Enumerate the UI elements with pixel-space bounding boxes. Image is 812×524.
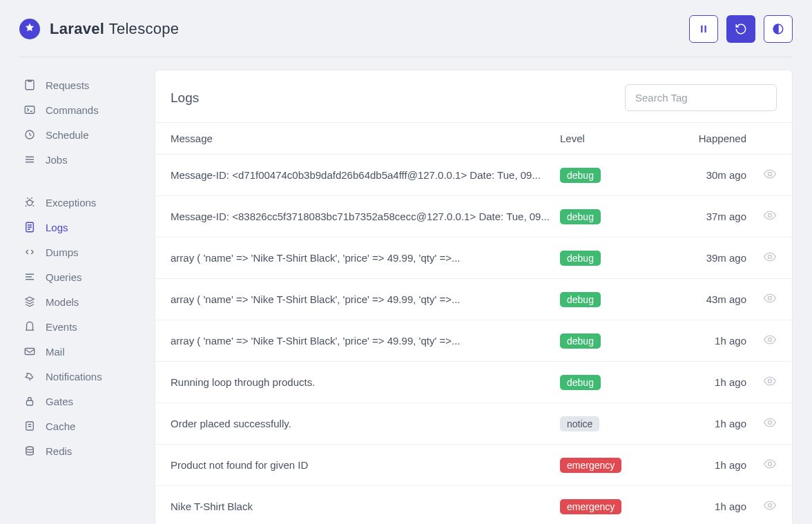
- svg-point-14: [768, 255, 772, 259]
- pause-button[interactable]: [689, 15, 718, 43]
- svg-rect-8: [25, 349, 35, 355]
- sidebar-item-schedule[interactable]: Schedule: [19, 122, 138, 147]
- terminal-icon: [23, 104, 36, 116]
- row-happened: 43m ago: [650, 293, 746, 305]
- level-badge: emergency: [560, 499, 621, 514]
- row-happened: 1h ago: [650, 501, 746, 512]
- sidebar-item-label: Requests: [46, 79, 89, 91]
- sidebar-item-logs[interactable]: Logs: [19, 215, 138, 240]
- view-icon[interactable]: [746, 498, 777, 514]
- svg-rect-4: [25, 106, 35, 114]
- bell-icon: [23, 370, 36, 382]
- sidebar-item-mail[interactable]: Mail: [19, 339, 138, 364]
- code-icon: [23, 246, 36, 258]
- view-icon[interactable]: [746, 291, 777, 307]
- level-badge: debug: [560, 168, 601, 183]
- telescope-logo-icon: [19, 19, 40, 39]
- theme-button[interactable]: [764, 15, 793, 43]
- row-message: Nike T-Shirt Black: [171, 501, 560, 512]
- sidebar-item-redis[interactable]: Redis: [19, 438, 138, 463]
- table-row: Product not found for given IDemergency1…: [155, 445, 792, 486]
- requests-icon: [23, 79, 36, 91]
- sidebar-item-label: Dumps: [46, 246, 79, 258]
- sidebar-item-label: Schedule: [46, 129, 89, 141]
- brand-title: Laravel Telescope: [50, 20, 179, 38]
- svg-point-19: [768, 463, 772, 466]
- view-icon[interactable]: [746, 167, 777, 183]
- svg-point-20: [768, 504, 772, 507]
- header-actions: [689, 15, 793, 43]
- svg-point-15: [768, 297, 772, 300]
- svg-point-16: [768, 338, 772, 342]
- svg-point-13: [768, 214, 772, 217]
- row-message: array ( 'name' => 'Nike T-Shirt Black', …: [171, 252, 560, 264]
- view-icon[interactable]: [746, 374, 777, 390]
- row-message: Product not found for given ID: [171, 459, 560, 471]
- row-happened: 37m ago: [650, 211, 746, 222]
- row-happened: 1h ago: [650, 418, 746, 429]
- table-row: array ( 'name' => 'Nike T-Shirt Black', …: [155, 320, 792, 362]
- sidebar-item-events[interactable]: Events: [19, 314, 138, 339]
- sidebar-item-notifications[interactable]: Notifications: [19, 364, 138, 389]
- log-icon: [23, 221, 36, 233]
- table-body: Message-ID: <d71f00474c0b3b9dafd26b64db5…: [155, 155, 792, 524]
- refresh-button[interactable]: [726, 15, 755, 43]
- level-badge: notice: [560, 416, 599, 431]
- row-message: array ( 'name' => 'Nike T-Shirt Black', …: [171, 335, 560, 347]
- level-badge: debug: [560, 333, 601, 349]
- view-icon[interactable]: [746, 333, 777, 349]
- brand[interactable]: Laravel Telescope: [19, 19, 179, 39]
- sidebar-item-label: Notifications: [46, 371, 102, 382]
- view-icon[interactable]: [746, 250, 777, 266]
- cache-icon: [23, 420, 36, 432]
- view-icon[interactable]: [746, 208, 777, 224]
- sidebar-item-gates[interactable]: Gates: [19, 389, 138, 414]
- col-level: Level: [560, 133, 650, 144]
- svg-point-12: [768, 173, 772, 176]
- sidebar-item-label: Mail: [46, 346, 65, 358]
- sidebar-item-queries[interactable]: Queries: [19, 264, 138, 289]
- redis-icon: [23, 445, 36, 457]
- search-input[interactable]: [625, 84, 777, 111]
- sidebar-item-label: Models: [46, 296, 79, 308]
- row-message: Order placed successfully.: [171, 418, 560, 429]
- sidebar-item-dumps[interactable]: Dumps: [19, 240, 138, 264]
- level-badge: debug: [560, 251, 601, 266]
- sidebar-item-jobs[interactable]: Jobs: [19, 147, 138, 172]
- table-row: array ( 'name' => 'Nike T-Shirt Black', …: [155, 237, 792, 279]
- col-happened: Happened: [650, 133, 746, 144]
- queries-icon: [23, 271, 36, 283]
- level-badge: emergency: [560, 458, 621, 473]
- clock-icon: [23, 128, 36, 141]
- row-happened: 1h ago: [650, 376, 746, 388]
- row-message: Message-ID: <d71f00474c0b3b9dafd26b64db5…: [171, 169, 560, 181]
- sidebar-item-label: Queries: [46, 271, 82, 283]
- col-message: Message: [171, 133, 560, 144]
- row-happened: 39m ago: [650, 252, 746, 264]
- table-row: Order placed successfully.notice1h ago: [155, 403, 792, 445]
- sidebar-item-label: Cache: [46, 420, 75, 432]
- table-header: Message Level Happened: [155, 122, 792, 155]
- sidebar-item-models[interactable]: Models: [19, 289, 138, 314]
- view-icon[interactable]: [746, 457, 777, 473]
- view-icon[interactable]: [746, 416, 777, 431]
- bug-icon: [23, 196, 36, 208]
- row-happened: 1h ago: [650, 459, 746, 471]
- sidebar-item-label: Commands: [46, 104, 99, 116]
- jobs-icon: [23, 153, 36, 166]
- sidebar-item-label: Redis: [46, 445, 72, 457]
- table-row: Running loop through products.debug1h ag…: [155, 362, 792, 403]
- logs-panel: Logs Message Level Happened Message-ID: …: [155, 70, 793, 524]
- level-badge: debug: [560, 375, 601, 390]
- sidebar-item-requests[interactable]: Requests: [19, 72, 138, 97]
- svg-rect-10: [26, 422, 34, 430]
- sidebar-item-label: Jobs: [46, 154, 68, 166]
- row-happened: 30m ago: [650, 169, 746, 181]
- sidebar-item-cache[interactable]: Cache: [19, 414, 138, 438]
- sidebar-item-exceptions[interactable]: Exceptions: [19, 190, 138, 215]
- sidebar: RequestsCommandsScheduleJobsExceptionsLo…: [19, 70, 138, 481]
- sidebar-item-label: Events: [46, 321, 77, 333]
- svg-point-18: [768, 421, 772, 425]
- lock-icon: [23, 395, 36, 407]
- sidebar-item-commands[interactable]: Commands: [19, 97, 138, 122]
